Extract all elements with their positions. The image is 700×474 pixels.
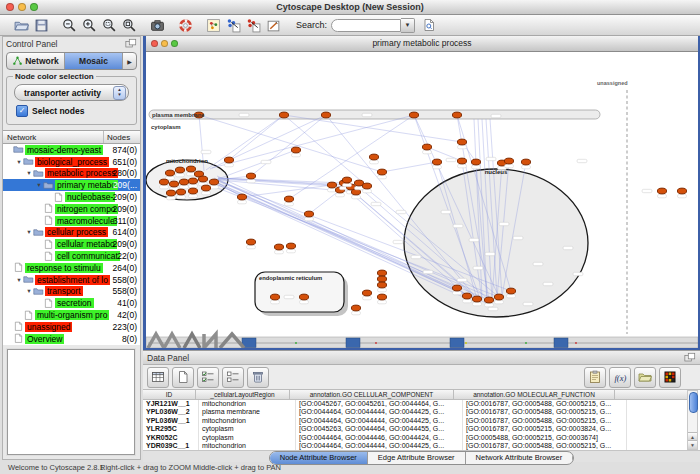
- network-node[interactable]: [198, 176, 207, 182]
- network-node[interactable]: [188, 188, 197, 194]
- network-tree-row[interactable]: nitrogen compo209(0): [3, 203, 140, 215]
- zoom-selected-region-button[interactable]: [101, 17, 118, 34]
- network-node[interactable]: [270, 294, 279, 300]
- birdseye-view-panel[interactable]: [7, 349, 135, 455]
- network-node[interactable]: [377, 270, 386, 276]
- select-attributes-button[interactable]: [197, 367, 219, 388]
- float-panel-icon[interactable]: [684, 352, 696, 363]
- column-header[interactable]: annotation.GO MOLECULAR_FUNCTION: [454, 390, 615, 399]
- select-nodes-checkbox[interactable]: ✓: [16, 105, 28, 117]
- network-node[interactable]: [179, 179, 188, 185]
- attribute-table-button[interactable]: [147, 367, 169, 388]
- new-attribute-button[interactable]: [172, 367, 194, 388]
- delete-attribute-button[interactable]: [247, 367, 269, 388]
- tree-expand-icon[interactable]: ▼: [35, 182, 43, 188]
- network-node[interactable]: [209, 179, 218, 185]
- vizmapper-button[interactable]: [225, 17, 242, 34]
- network-tree-row[interactable]: mosaic-demo-yeast874(0): [3, 144, 140, 156]
- table-row[interactable]: YJR121W__1mitochondrion[GO:0045267, GO:0…: [143, 400, 687, 408]
- formula-builder-button[interactable]: f(x): [609, 367, 631, 388]
- table-row[interactable]: YLR295Ccytoplasm[GO:0045263, GO:0044464,…: [143, 425, 687, 433]
- search-input[interactable]: [331, 19, 401, 32]
- network-canvas[interactable]: plasma membranecytoplasmmitochondrionnuc…: [146, 52, 698, 348]
- network-node[interactable]: [321, 112, 330, 118]
- network-node[interactable]: [304, 211, 313, 217]
- network-tree-row[interactable]: ▼metabolic process280(0): [3, 168, 140, 180]
- network-node[interactable]: [165, 170, 174, 176]
- network-tree-row[interactable]: macromolecule311(0): [3, 215, 140, 227]
- network-node[interactable]: [327, 182, 336, 188]
- nodes-column-header[interactable]: Nodes: [104, 133, 140, 142]
- network-node[interactable]: [279, 112, 288, 118]
- network-node[interactable]: [521, 159, 530, 165]
- tree-expand-icon[interactable]: ▼: [25, 229, 33, 235]
- network-node[interactable]: [506, 288, 515, 294]
- network-node[interactable]: [377, 169, 386, 175]
- network-tree-row[interactable]: multi-organism pro42(0): [3, 309, 140, 321]
- zoom-in-button[interactable]: [81, 17, 98, 34]
- network-node[interactable]: [169, 181, 178, 187]
- network-node[interactable]: [284, 196, 293, 202]
- tree-expand-icon[interactable]: ▼: [25, 288, 33, 294]
- zoom-fit-button[interactable]: [121, 17, 138, 34]
- network-node[interactable]: [377, 294, 386, 300]
- scroll-down-icon[interactable]: ▼: [688, 440, 697, 449]
- network-tree-row[interactable]: ▼biological_process651(0): [3, 156, 140, 168]
- manage-networks-button[interactable]: [205, 17, 222, 34]
- annotation-button[interactable]: [265, 17, 282, 34]
- tab-network[interactable]: Network: [7, 53, 65, 69]
- network-column-header[interactable]: Network: [3, 131, 104, 143]
- search-dropdown-arrow-icon[interactable]: ▼: [401, 18, 415, 33]
- network-node[interactable]: [224, 157, 233, 163]
- network-tree-row[interactable]: unassigned223(0): [3, 321, 140, 333]
- network-node[interactable]: [677, 188, 686, 194]
- zoom-out-button[interactable]: [61, 17, 78, 34]
- float-panel-icon[interactable]: [125, 38, 137, 49]
- network-node[interactable]: [504, 158, 513, 164]
- network-node[interactable]: [351, 305, 360, 311]
- network-node[interactable]: [237, 194, 246, 200]
- network-node[interactable]: [201, 185, 210, 191]
- network-node[interactable]: [186, 166, 195, 172]
- network-node[interactable]: [175, 167, 184, 173]
- layout-button[interactable]: [245, 17, 262, 34]
- tree-expand-icon[interactable]: ▼: [15, 277, 23, 283]
- network-node[interactable]: [369, 154, 378, 160]
- network-tree-row[interactable]: secretion41(0): [3, 297, 140, 309]
- column-header[interactable]: ID: [143, 390, 196, 399]
- node-color-dropdown[interactable]: transporter activity ▲▼: [14, 84, 129, 101]
- clipboard-button[interactable]: [584, 367, 606, 388]
- search-options-icon[interactable]: [420, 17, 437, 34]
- network-node[interactable]: [362, 290, 371, 296]
- network-tree-row[interactable]: nucleobase-209(0): [3, 191, 140, 203]
- network-node[interactable]: [299, 294, 308, 300]
- network-node[interactable]: [377, 276, 386, 282]
- column-header[interactable]: _cellularLayoutRegion: [196, 390, 290, 399]
- network-node[interactable]: [494, 294, 503, 300]
- network-node[interactable]: [246, 239, 255, 245]
- network-tree-row[interactable]: ▼cellular process614(0): [3, 227, 140, 239]
- save-session-button[interactable]: [33, 17, 50, 34]
- table-row[interactable]: YKR052Ccytoplasm[GO:0044464, GO:0044446,…: [143, 434, 687, 442]
- tree-expand-icon[interactable]: ▼: [25, 170, 33, 176]
- table-row[interactable]: YPL036W__2plasma membrane[GO:0044464, GO…: [143, 408, 687, 416]
- network-node[interactable]: [291, 147, 300, 153]
- network-node[interactable]: [159, 179, 168, 185]
- network-node[interactable]: [362, 183, 371, 189]
- more-tabs-arrow-icon[interactable]: ▶: [123, 53, 136, 69]
- network-tree-row[interactable]: ▼transport558(0): [3, 286, 140, 298]
- scrollbar-thumb[interactable]: [689, 392, 698, 413]
- network-tree-row[interactable]: ▼establishment of lo558(0): [3, 274, 140, 286]
- network-node[interactable]: [462, 293, 471, 299]
- network-node[interactable]: [471, 159, 480, 165]
- network-node[interactable]: [452, 112, 461, 118]
- network-node[interactable]: [188, 178, 197, 184]
- network-node[interactable]: [274, 244, 283, 250]
- table-scrollbar[interactable]: ▲ ▼: [687, 390, 698, 450]
- network-node[interactable]: [166, 190, 175, 196]
- network-node[interactable]: [342, 177, 351, 183]
- network-tree-row[interactable]: response to stimulu264(0): [3, 262, 140, 274]
- tree-expand-icon[interactable]: ▼: [15, 159, 23, 165]
- network-node[interactable]: [484, 297, 493, 303]
- network-node[interactable]: [457, 158, 466, 164]
